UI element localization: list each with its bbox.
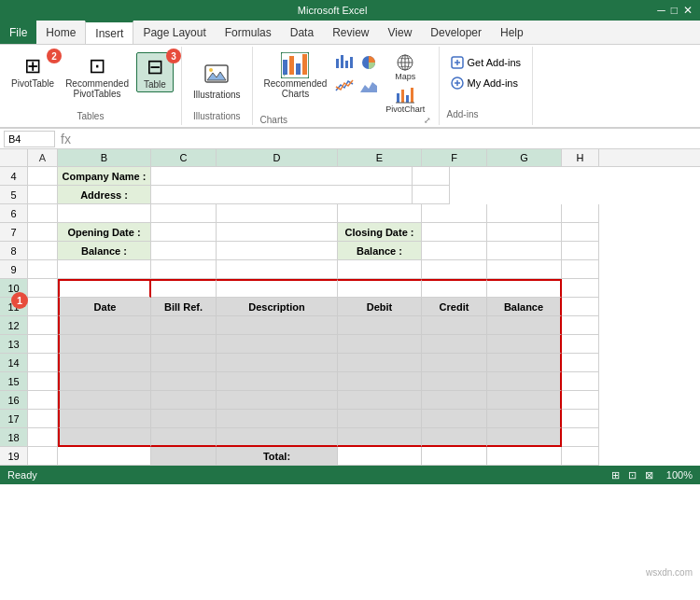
cell-e13[interactable] [338, 335, 422, 354]
cell-a19[interactable] [28, 447, 58, 466]
cell-e7[interactable]: Closing Date : [338, 223, 422, 242]
cell-c10[interactable] [151, 279, 217, 298]
cell-c13[interactable] [151, 335, 217, 354]
cell-e6[interactable] [338, 204, 422, 223]
cell-e12[interactable] [338, 316, 422, 335]
tab-view[interactable]: View [379, 21, 422, 44]
cell-c7[interactable] [151, 223, 217, 242]
cell-b19[interactable] [58, 447, 151, 466]
col-header-c[interactable]: C [151, 149, 217, 166]
charts-expand-icon[interactable]: ⤢ [424, 116, 431, 125]
cell-b4[interactable]: Company Name : [58, 167, 151, 186]
minimize-button[interactable]: ─ [657, 4, 665, 17]
cell-g15[interactable] [487, 372, 562, 391]
cell-g11[interactable]: Balance [487, 298, 562, 316]
tab-formulas[interactable]: Formulas [216, 21, 281, 44]
cell-a6[interactable] [28, 204, 58, 223]
cell-g9[interactable] [487, 260, 562, 279]
cell-b15[interactable] [58, 372, 151, 391]
cell-c5-merged[interactable] [151, 186, 413, 204]
cell-h8[interactable] [562, 242, 599, 260]
cell-b13[interactable] [58, 335, 151, 354]
cell-g12[interactable] [487, 316, 562, 335]
area-chart-button[interactable] [358, 77, 379, 98]
cell-h10[interactable] [562, 279, 599, 298]
col-header-f[interactable]: F [422, 149, 487, 166]
cell-e8[interactable]: Balance : [338, 242, 422, 260]
cell-h14[interactable] [562, 354, 599, 372]
cell-g10[interactable] [487, 279, 562, 298]
tab-insert[interactable]: Insert [85, 21, 133, 44]
cell-c18[interactable] [151, 428, 217, 447]
cell-c8[interactable] [151, 242, 217, 260]
cell-f8[interactable] [422, 242, 487, 260]
tab-pagelayout[interactable]: Page Layout [133, 21, 215, 44]
maximize-button[interactable]: □ [671, 4, 678, 17]
cell-g7[interactable] [487, 223, 562, 242]
cell-d6[interactable] [217, 204, 338, 223]
cell-b16[interactable] [58, 391, 151, 410]
cell-h4[interactable] [413, 167, 450, 186]
row-header-12[interactable]: 12 [0, 316, 28, 335]
cell-d8[interactable] [217, 242, 338, 260]
cell-g6[interactable] [487, 204, 562, 223]
cell-b5[interactable]: Address : [58, 186, 151, 204]
page-break-icon[interactable]: ⊠ [645, 469, 653, 481]
tab-help[interactable]: Help [491, 21, 533, 44]
cell-b7[interactable]: Opening Date : [58, 223, 151, 242]
cell-e19[interactable] [338, 447, 422, 466]
cell-a12[interactable] [28, 316, 58, 335]
cell-a4[interactable] [28, 167, 58, 186]
cell-h13[interactable] [562, 335, 599, 354]
cell-a10[interactable] [28, 279, 58, 298]
row-header-14[interactable]: 14 [0, 354, 28, 372]
cell-h15[interactable] [562, 372, 599, 391]
cell-a16[interactable] [28, 391, 58, 410]
cell-b14[interactable] [58, 354, 151, 372]
col-header-d[interactable]: D [217, 149, 338, 166]
cell-e16[interactable] [338, 391, 422, 410]
cell-f7[interactable] [422, 223, 487, 242]
cell-d13[interactable] [217, 335, 338, 354]
cell-a11[interactable] [28, 298, 58, 316]
col-header-h[interactable]: H [562, 149, 599, 166]
cell-d16[interactable] [217, 391, 338, 410]
cell-h17[interactable] [562, 410, 599, 428]
cell-b18[interactable] [58, 428, 151, 447]
cell-g17[interactable] [487, 410, 562, 428]
cell-c9[interactable] [151, 260, 217, 279]
pivot-chart-button[interactable]: PivotChart [383, 85, 427, 115]
row-header-8[interactable]: 8 [0, 242, 28, 260]
cell-a15[interactable] [28, 372, 58, 391]
tab-home[interactable]: Home [36, 21, 85, 44]
cell-h11[interactable] [562, 298, 599, 316]
cell-h6[interactable] [562, 204, 599, 223]
illustrations-button[interactable]: Illustrations [189, 62, 245, 102]
col-header-a[interactable]: A [28, 149, 58, 166]
cell-c6[interactable] [151, 204, 217, 223]
cell-a17[interactable] [28, 410, 58, 428]
tab-developer[interactable]: Developer [421, 21, 491, 44]
cell-f10[interactable] [422, 279, 487, 298]
cell-d11[interactable]: Description [217, 298, 338, 316]
cell-d12[interactable] [217, 316, 338, 335]
cell-a18[interactable] [28, 428, 58, 447]
cell-g18[interactable] [487, 428, 562, 447]
row-header-18[interactable]: 18 [0, 428, 28, 447]
cell-b6[interactable] [58, 204, 151, 223]
row-header-19[interactable]: 19 [0, 447, 28, 466]
cell-a14[interactable] [28, 354, 58, 372]
cell-a7[interactable] [28, 223, 58, 242]
cell-c19[interactable] [151, 447, 217, 466]
cell-c17[interactable] [151, 410, 217, 428]
cell-c11[interactable]: Bill Ref. [151, 298, 217, 316]
cell-d18[interactable] [217, 428, 338, 447]
recommended-pivottables-button[interactable]: ⊡ RecommendedPivotTables [62, 52, 133, 101]
cell-f17[interactable] [422, 410, 487, 428]
cell-f9[interactable] [422, 260, 487, 279]
col-header-g[interactable]: G [487, 149, 562, 166]
tab-data[interactable]: Data [281, 21, 323, 44]
cell-d14[interactable] [217, 354, 338, 372]
row-header-17[interactable]: 17 [0, 410, 28, 428]
pie-chart-button[interactable] [358, 52, 379, 74]
